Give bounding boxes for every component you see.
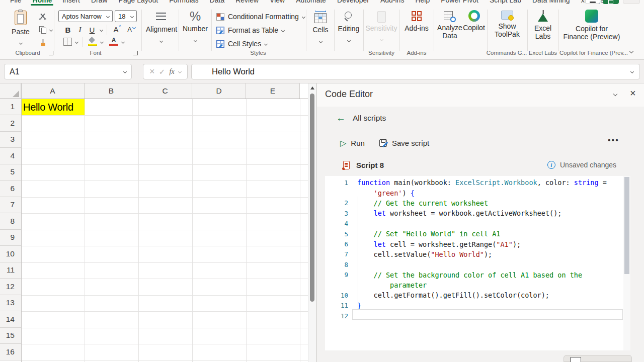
row-header-4[interactable]: 4 xyxy=(0,148,21,164)
code-line[interactable]: 9 // Set the background color of cell A1… xyxy=(325,270,630,280)
code-line[interactable]: 6 let cell = worksheet.getRange("A1"); xyxy=(325,239,630,249)
code-line[interactable]: 5 // Set "Hello World" in cell A1 xyxy=(325,229,630,239)
cell-a1[interactable]: Hello World xyxy=(22,99,85,115)
row-header-13[interactable]: 13 xyxy=(0,295,21,312)
show-toolpak-button[interactable]: Show ToolPak xyxy=(490,11,524,38)
scrollbar-thumb[interactable] xyxy=(310,94,314,302)
ribbon-tab-insert[interactable]: InsertInsert xyxy=(62,0,80,6)
grow-font-button[interactable]: A^ xyxy=(111,24,123,35)
scroll-up-arrow-icon[interactable] xyxy=(310,86,314,89)
copilot-finance-button[interactable]: Copilot for Finance (Preview) xyxy=(560,10,623,41)
code-line[interactable]: 11} xyxy=(325,301,630,311)
row-header-12[interactable]: 12 xyxy=(0,279,21,295)
format-painter-button[interactable] xyxy=(37,39,48,47)
analyze-data-button[interactable]: Analyze Data xyxy=(436,10,464,40)
chevron-down-icon[interactable] xyxy=(49,28,53,32)
comments-button[interactable] xyxy=(585,0,600,4)
keyboard-widget[interactable] xyxy=(564,355,632,362)
column-header-B[interactable]: B xyxy=(85,83,138,99)
chevron-down-icon[interactable] xyxy=(100,28,103,32)
cut-button[interactable] xyxy=(37,13,48,21)
partial-button[interactable] xyxy=(623,0,640,4)
row-header-14[interactable]: 14 xyxy=(0,311,21,328)
ribbon-tab-data-mining[interactable]: Data MiningData Mining xyxy=(532,0,570,6)
expand-formula-bar-chevron-icon[interactable] xyxy=(630,70,634,73)
grid-vertical-scrollbar[interactable] xyxy=(308,83,316,362)
copy-button[interactable] xyxy=(37,26,48,34)
run-button[interactable]: ▷ Run xyxy=(340,139,365,147)
copilot-button[interactable]: Copilot xyxy=(461,10,487,32)
code-line[interactable]: parameter xyxy=(325,280,630,290)
editing-button[interactable]: Editing xyxy=(335,11,362,44)
name-box[interactable]: A1 xyxy=(4,64,132,79)
code-line[interactable]: 4 xyxy=(325,219,630,229)
row-header-3[interactable]: 3 xyxy=(0,132,21,148)
bold-button[interactable]: B xyxy=(63,25,72,35)
code-line[interactable]: 8 xyxy=(325,259,630,269)
cell-styles-button[interactable]: Cell Styles xyxy=(216,40,267,48)
ribbon-tab-view[interactable]: ViewView xyxy=(270,0,285,6)
ribbon-tab-developer[interactable]: DeveloperDeveloper xyxy=(337,0,369,6)
code-line[interactable]: 1function main(workbook: ExcelScript.Wor… xyxy=(325,177,630,188)
ribbon-tab-help[interactable]: HelpHelp xyxy=(415,0,430,6)
select-all-corner[interactable] xyxy=(0,83,21,99)
code-vertical-scrollbar[interactable] xyxy=(623,176,630,350)
font-color-button[interactable]: A xyxy=(109,36,119,46)
underline-button[interactable]: U xyxy=(88,25,97,35)
shrink-font-button[interactable]: A xyxy=(125,24,137,35)
row-header-6[interactable]: 6 xyxy=(0,180,21,197)
ribbon-tab-page-layout[interactable]: Page LayoutPage Layout xyxy=(119,0,158,6)
cancel-icon[interactable]: × xyxy=(149,66,155,77)
font-dialog-launcher[interactable] xyxy=(133,51,138,55)
back-to-all-scripts-button[interactable]: ← All scripts xyxy=(336,114,386,123)
addins-button[interactable]: Add-ins xyxy=(401,11,432,32)
ribbon-tab-home[interactable]: HomeHome xyxy=(33,0,51,6)
ribbon-tab-data[interactable]: DataData xyxy=(210,0,225,6)
code-line[interactable]: 2 // Get the current worksheet xyxy=(325,198,630,208)
row-header-16[interactable]: 16 xyxy=(0,344,21,360)
clipboard-dialog-launcher[interactable] xyxy=(49,51,53,55)
collapse-ribbon-chevron-icon[interactable] xyxy=(629,49,633,53)
spreadsheet-grid[interactable]: ABCDE12345678910111213141516Hello World xyxy=(0,83,308,362)
row-header-5[interactable]: 5 xyxy=(0,164,21,181)
fill-color-button[interactable] xyxy=(88,37,98,46)
save-script-button[interactable]: Save script xyxy=(379,139,429,147)
more-options-button[interactable]: ••• xyxy=(608,136,619,145)
paste-button[interactable]: Paste xyxy=(9,11,32,46)
row-header-15[interactable]: 15 xyxy=(0,328,21,344)
row-header-2[interactable]: 2 xyxy=(0,115,21,132)
chevron-down-icon[interactable] xyxy=(178,70,182,73)
script-name[interactable]: Script 8 xyxy=(356,161,384,169)
row-header-10[interactable]: 10 xyxy=(0,246,21,262)
column-header-C[interactable]: C xyxy=(138,83,192,99)
chevron-down-icon[interactable] xyxy=(75,40,78,44)
row-header-8[interactable]: 8 xyxy=(0,213,21,230)
scrollbar-thumb[interactable] xyxy=(624,177,629,274)
ribbon-tab-draw[interactable]: DrawDraw xyxy=(91,0,108,6)
row-header-7[interactable]: 7 xyxy=(0,197,21,214)
share-button[interactable] xyxy=(603,0,619,4)
code-line[interactable]: 3 let worksheet = workbook.getActiveWork… xyxy=(325,208,630,218)
ribbon-tab-script-lab[interactable]: Script LabScript Lab xyxy=(490,0,521,6)
font-size-combo[interactable]: 18 xyxy=(115,10,137,22)
number-button[interactable]: % Number xyxy=(180,10,210,44)
formula-input[interactable]: Hello World xyxy=(191,64,640,79)
column-header-E[interactable]: E xyxy=(246,83,300,99)
font-name-combo[interactable]: Aptos Narrow xyxy=(58,10,113,22)
ribbon-tab-formulas[interactable]: FormulasFormulas xyxy=(169,0,198,6)
code-editor-area[interactable]: 1function main(workbook: ExcelScript.Wor… xyxy=(325,176,630,350)
format-as-table-button[interactable]: Format as Table xyxy=(216,26,284,34)
enter-check-icon[interactable]: ✓ xyxy=(159,67,166,76)
sensitivity-button[interactable]: Sensitivity xyxy=(364,11,398,43)
panel-close-icon[interactable]: × xyxy=(630,87,636,99)
chevron-down-icon[interactable] xyxy=(100,40,104,44)
excel-labs-button[interactable]: Excel Labs xyxy=(529,10,556,40)
row-header-11[interactable]: 11 xyxy=(0,262,21,279)
column-header-A[interactable]: A xyxy=(21,83,85,99)
ribbon-tab-file[interactable]: FileFile xyxy=(10,0,22,6)
ribbon-tab-add-ins[interactable]: Add-insAdd-ins xyxy=(380,0,404,6)
column-header-D[interactable]: D xyxy=(192,83,246,99)
ribbon-tab-automate[interactable]: AutomateAutomate xyxy=(296,0,326,6)
conditional-formatting-button[interactable]: Conditional Formatting xyxy=(216,13,305,21)
code-line[interactable]: 10 cell.getFormat().getFill().setColor(c… xyxy=(325,290,630,300)
